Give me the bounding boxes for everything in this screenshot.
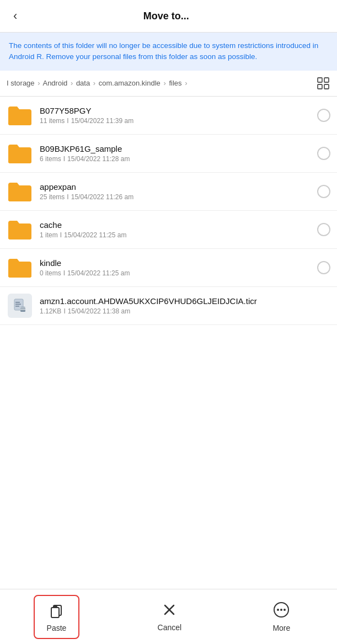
cancel-icon	[162, 602, 177, 620]
file-info: appexpan 25 itemsI15/04/2022 11:26 am	[40, 182, 313, 201]
file-meta: 0 itemsI15/04/2022 11:25 am	[40, 269, 313, 277]
select-radio[interactable]	[317, 109, 330, 122]
svg-rect-13	[53, 606, 57, 608]
svg-rect-7	[15, 306, 19, 307]
bottom-toolbar: Paste Cancel More	[0, 589, 337, 644]
file-meta: 25 itemsI15/04/2022 11:26 am	[40, 193, 313, 201]
file-name: cache	[40, 220, 313, 230]
cancel-label: Cancel	[158, 623, 182, 632]
list-item[interactable]: B077Y58PGY 11 itemsI15/04/2022 11:39 am	[0, 97, 337, 135]
list-item[interactable]: amzn1.account.AHDWA5UKXCIP6VHUD6GLJEIDJC…	[0, 287, 337, 325]
breadcrumb-path[interactable]: I storage › Android › data › com.amazon.…	[7, 79, 316, 87]
grid-view-icon[interactable]	[316, 76, 330, 91]
document-icon	[7, 292, 33, 319]
breadcrumb[interactable]: I storage › Android › data › com.amazon.…	[0, 71, 337, 97]
file-info: amzn1.account.AHDWA5UKXCIP6VHUD6GLJEIDJC…	[40, 296, 330, 315]
svg-point-19	[283, 609, 286, 611]
list-item[interactable]: B09BJKP61G_sample 6 itemsI15/04/2022 11:…	[0, 135, 337, 173]
warning-text: The contents of this folder will no long…	[9, 40, 328, 63]
more-button[interactable]: More	[259, 597, 303, 637]
folder-icon	[7, 216, 33, 243]
file-info: kindle 0 itemsI15/04/2022 11:25 am	[40, 258, 313, 277]
file-list: B077Y58PGY 11 itemsI15/04/2022 11:39 am …	[0, 97, 337, 325]
file-info: B09BJKP61G_sample 6 itemsI15/04/2022 11:…	[40, 144, 313, 163]
paste-label: Paste	[47, 624, 67, 632]
file-meta: 11 itemsI15/04/2022 11:39 am	[40, 117, 313, 125]
select-radio[interactable]	[317, 147, 330, 160]
cancel-button[interactable]: Cancel	[147, 598, 193, 636]
file-info: cache 1 itemI15/04/2022 11:25 am	[40, 220, 313, 239]
file-name: amzn1.account.AHDWA5UKXCIP6VHUD6GLJEIDJC…	[40, 296, 330, 306]
file-name: appexpan	[40, 182, 313, 191]
file-meta: 1.12KBI15/04/2022 11:38 am	[40, 307, 330, 315]
select-radio[interactable]	[317, 261, 330, 274]
folder-icon	[7, 102, 33, 129]
file-name: B09BJKP61G_sample	[40, 144, 313, 153]
paste-button[interactable]: Paste	[34, 595, 80, 639]
file-name: B077Y58PGY	[40, 106, 313, 115]
page-title: Move to...	[22, 10, 311, 22]
svg-point-18	[280, 609, 282, 611]
svg-point-17	[277, 609, 279, 611]
svg-rect-6	[15, 304, 21, 305]
svg-rect-1	[324, 78, 329, 82]
svg-rect-3	[324, 84, 329, 89]
svg-rect-12	[51, 608, 59, 618]
list-item[interactable]: appexpan 25 itemsI15/04/2022 11:26 am	[0, 173, 337, 211]
list-item[interactable]: cache 1 itemI15/04/2022 11:25 am	[0, 211, 337, 249]
back-button[interactable]: ‹	[9, 8, 22, 24]
more-label: More	[272, 624, 290, 632]
select-radio[interactable]	[317, 185, 330, 198]
file-meta: 6 itemsI15/04/2022 11:28 am	[40, 155, 313, 163]
svg-rect-5	[15, 302, 20, 303]
more-icon	[273, 602, 290, 620]
select-radio[interactable]	[317, 223, 330, 236]
file-name: kindle	[40, 258, 313, 268]
list-item[interactable]: kindle 0 itemsI15/04/2022 11:25 am	[0, 249, 337, 287]
folder-icon	[7, 254, 33, 281]
header: ‹ Move to...	[0, 0, 337, 33]
paste-icon	[49, 602, 65, 620]
svg-rect-0	[318, 78, 322, 82]
svg-rect-2	[318, 84, 322, 89]
folder-icon	[7, 178, 33, 205]
file-info: B077Y58PGY 11 itemsI15/04/2022 11:39 am	[40, 106, 313, 125]
file-meta: 1 itemI15/04/2022 11:25 am	[40, 231, 313, 239]
warning-banner: The contents of this folder will no long…	[0, 33, 337, 71]
folder-icon	[7, 140, 33, 167]
